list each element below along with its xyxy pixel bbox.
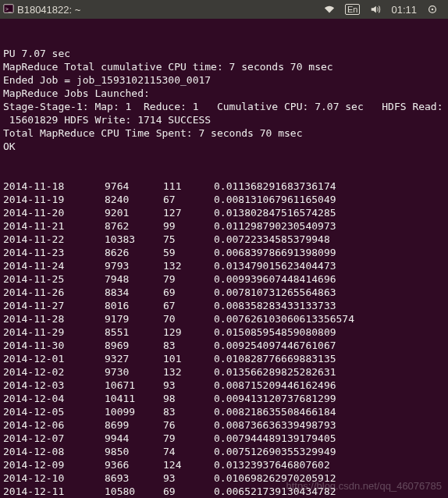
- cell-date: 2014-11-25: [3, 272, 105, 286]
- table-row: 2014-11-268834690.007810731265564863: [3, 286, 445, 299]
- cell-col2: 8551: [105, 325, 163, 339]
- cell-date: 2014-11-30: [3, 339, 105, 352]
- settings-gear-icon[interactable]: [426, 3, 439, 16]
- cell-date: 2014-11-20: [3, 206, 105, 219]
- cell-col2: 9730: [105, 365, 163, 379]
- network-icon[interactable]: [323, 3, 336, 16]
- cell-col3: 76: [163, 418, 214, 432]
- sound-icon[interactable]: [369, 3, 382, 16]
- cell-col2: 9179: [105, 312, 163, 325]
- cell-col4: 0.008736636339498793: [214, 418, 445, 432]
- window-title-text: B18041822: ~: [17, 4, 80, 16]
- cell-date: 2014-11-29: [3, 325, 105, 339]
- cell-col2: 8016: [105, 299, 163, 312]
- output-line: 15601829 HDFS Write: 1714 SUCCESS: [3, 113, 445, 126]
- cell-col4: 0.011368291683736174: [214, 180, 445, 193]
- terminal-output[interactable]: PU 7.07 secMapReduce Total cumulative CP…: [0, 19, 448, 498]
- cell-date: 2014-12-02: [3, 365, 105, 379]
- cell-col3: 69: [163, 286, 214, 299]
- table-row: 2014-12-0297301320.013566289825282631: [3, 365, 445, 379]
- cell-col4: 0.01323937646807602: [214, 458, 445, 471]
- table-row: 2014-12-0510099830.008218635508466184: [3, 405, 445, 418]
- cell-col4: 0.007944489139179405: [214, 432, 445, 445]
- table-row: 2014-12-0410411980.009413120737681299: [3, 392, 445, 405]
- cell-date: 2014-11-21: [3, 219, 105, 233]
- cell-col4: 0.007626103060613356574: [214, 312, 445, 325]
- cell-date: 2014-12-10: [3, 471, 105, 485]
- cell-col3: 83: [163, 339, 214, 352]
- cell-col4: 0.006521739130434782: [214, 485, 445, 498]
- cell-date: 2014-11-27: [3, 299, 105, 312]
- cell-date: 2014-12-06: [3, 418, 105, 432]
- cell-col2: 8699: [105, 418, 163, 432]
- cell-date: 2014-11-23: [3, 246, 105, 259]
- table-row: 2014-11-308969830.009254097446761067: [3, 339, 445, 352]
- cell-col3: 99: [163, 219, 214, 233]
- cell-date: 2014-12-05: [3, 405, 105, 418]
- cell-col2: 8693: [105, 471, 163, 485]
- ime-indicator[interactable]: En: [345, 4, 360, 15]
- table-row: 2014-11-218762990.011298790230540973: [3, 219, 445, 233]
- cell-col4: 0.00722334585379948: [214, 233, 445, 246]
- cell-col3: 74: [163, 445, 214, 458]
- output-line: Stage-Stage-1: Map: 1 Reduce: 1 Cumulati…: [3, 100, 445, 113]
- output-line: Total MapReduce CPU Time Spent: 7 second…: [3, 126, 445, 140]
- cell-col4: 0.008218635508466184: [214, 405, 445, 418]
- table-row: 2014-11-278016670.008358283433133733: [3, 299, 445, 312]
- cell-date: 2014-12-03: [3, 379, 105, 392]
- cell-col2: 10383: [105, 233, 163, 246]
- cell-col3: 59: [163, 246, 214, 259]
- cell-date: 2014-12-07: [3, 432, 105, 445]
- svg-text:>_: >_: [5, 5, 12, 12]
- cell-col4: 0.010698262970205912: [214, 471, 445, 485]
- cell-date: 2014-11-22: [3, 233, 105, 246]
- output-line: OK: [3, 140, 445, 153]
- cell-col3: 79: [163, 272, 214, 286]
- cell-col2: 9366: [105, 458, 163, 471]
- clock[interactable]: 01:11: [391, 4, 417, 16]
- cell-date: 2014-12-11: [3, 485, 105, 498]
- cell-date: 2014-12-04: [3, 392, 105, 405]
- cell-date: 2014-11-18: [3, 180, 105, 193]
- cell-col2: 8626: [105, 246, 163, 259]
- cell-col3: 67: [163, 299, 214, 312]
- cell-col4: 0.009939607448414696: [214, 272, 445, 286]
- table-row: 2014-11-1897641110.011368291683736174: [3, 180, 445, 193]
- cell-col3: 75: [163, 233, 214, 246]
- cell-col2: 7948: [105, 272, 163, 286]
- cell-col4: 0.009254097446761067: [214, 339, 445, 352]
- table-row: 2014-12-0193271010.010828776669883135: [3, 352, 445, 365]
- table-row: 2014-11-2497931320.013479015623404473: [3, 259, 445, 272]
- cell-col2: 8240: [105, 193, 163, 206]
- cell-col2: 8834: [105, 286, 163, 299]
- cell-col2: 9850: [105, 445, 163, 458]
- cell-col4: 0.011298790230540973: [214, 219, 445, 233]
- cell-col3: 111: [163, 180, 214, 193]
- cell-date: 2014-12-08: [3, 445, 105, 458]
- table-row: 2014-12-089850740.007512690355329949: [3, 445, 445, 458]
- cell-col2: 10671: [105, 379, 163, 392]
- table-row: 2014-11-238626590.006839786691398099: [3, 246, 445, 259]
- table-row: 2014-12-068699760.008736636339498793: [3, 418, 445, 432]
- terminal-icon: >_: [3, 3, 14, 16]
- cell-col2: 10411: [105, 392, 163, 405]
- cell-col4: 0.007810731265564863: [214, 286, 445, 299]
- cell-col2: 9944: [105, 432, 163, 445]
- table-row: 2014-12-108693930.010698262970205912: [3, 471, 445, 485]
- cell-col4: 0.008715209446162496: [214, 379, 445, 392]
- cell-col3: 69: [163, 485, 214, 498]
- cell-col4: 0.013802847516574285: [214, 206, 445, 219]
- cell-col3: 127: [163, 206, 214, 219]
- table-row: 2014-12-0310671930.008715209446162496: [3, 379, 445, 392]
- cell-col3: 132: [163, 259, 214, 272]
- cell-col3: 93: [163, 471, 214, 485]
- cell-col2: 9793: [105, 259, 163, 272]
- output-line: MapReduce Jobs Launched:: [3, 87, 445, 100]
- cell-col4: 0.009413120737681299: [214, 392, 445, 405]
- cell-col3: 67: [163, 193, 214, 206]
- cell-col4: 0.007512690355329949: [214, 445, 445, 458]
- cell-col3: 124: [163, 458, 214, 471]
- svg-point-3: [432, 9, 434, 11]
- cell-col3: 93: [163, 379, 214, 392]
- cell-col4: 0.013566289825282631: [214, 365, 445, 379]
